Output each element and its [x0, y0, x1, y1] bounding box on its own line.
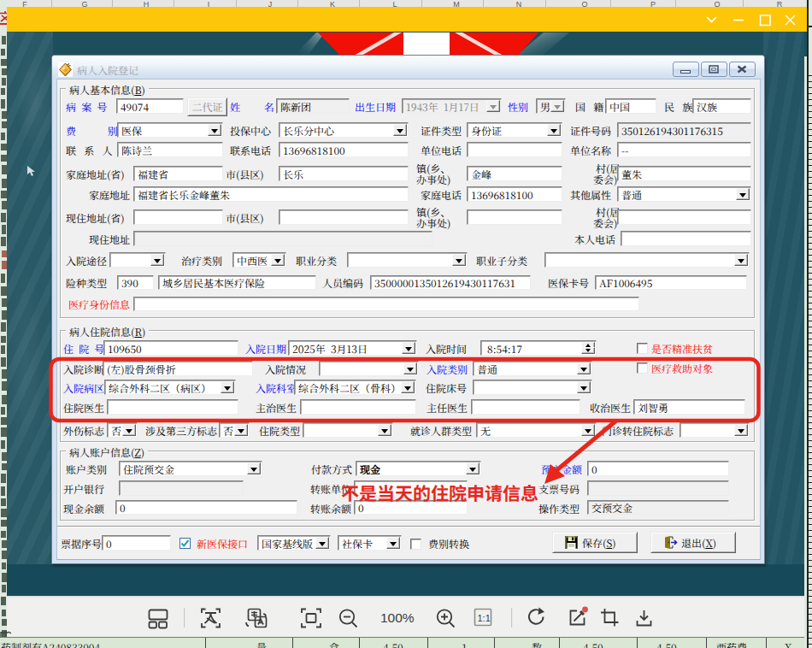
svg-text:100%: 100%: [380, 610, 415, 625]
svg-text:1:1: 1:1: [478, 613, 491, 623]
